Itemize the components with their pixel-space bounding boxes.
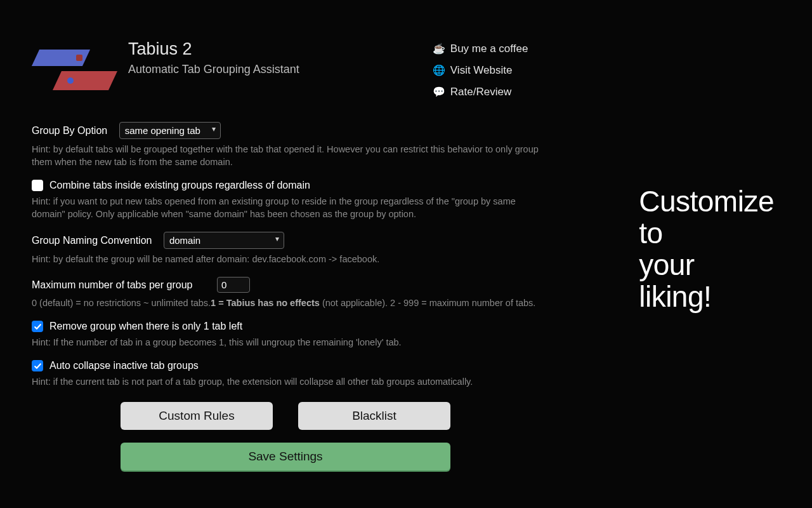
settings-panel: Group By Option same opening tab Hint: b… bbox=[0, 103, 571, 471]
header: Tabius 2 Automatic Tab Grouping Assistan… bbox=[0, 0, 812, 103]
buy-coffee-label: Buy me a coffee bbox=[450, 43, 528, 55]
combine-hint: Hint: if you want to put new tabs opened… bbox=[32, 195, 539, 220]
max-tabs-label: Maximum number of tabs per group bbox=[32, 279, 192, 291]
group-by-select[interactable]: same opening tab bbox=[119, 122, 221, 139]
visit-website-link[interactable]: 🌐Visit Website bbox=[433, 60, 528, 81]
save-settings-button[interactable]: Save Settings bbox=[121, 443, 450, 471]
visit-website-label: Visit Website bbox=[450, 64, 513, 76]
auto-collapse-hint: Hint: if the current tab is not part of … bbox=[32, 375, 539, 388]
group-by-label: Group By Option bbox=[32, 125, 107, 137]
naming-hint: Hint: by default the group will be named… bbox=[32, 253, 539, 265]
app-title: Tabius 2 bbox=[128, 39, 299, 59]
combine-checkbox[interactable] bbox=[32, 180, 43, 191]
naming-select[interactable]: domain bbox=[164, 232, 284, 249]
group-by-hint: Hint: by default tabs will be grouped to… bbox=[32, 143, 539, 168]
app-logo bbox=[32, 39, 113, 90]
globe-icon: 🌐 bbox=[433, 65, 445, 76]
blacklist-button[interactable]: Blacklist bbox=[298, 402, 450, 430]
aside-tagline: Customize to your liking! bbox=[639, 185, 774, 312]
header-links: ☕Buy me a coffee 🌐Visit Website 💬Rate/Re… bbox=[433, 38, 528, 103]
app-subtitle: Automatic Tab Grouping Assistant bbox=[128, 63, 299, 76]
combine-label: Combine tabs inside existing groups rega… bbox=[49, 180, 310, 191]
rate-review-label: Rate/Review bbox=[450, 86, 511, 98]
rate-review-link[interactable]: 💬Rate/Review bbox=[433, 81, 528, 103]
buy-coffee-link[interactable]: ☕Buy me a coffee bbox=[433, 38, 528, 60]
remove-lonely-label: Remove group when there is only 1 tab le… bbox=[49, 321, 242, 332]
auto-collapse-checkbox[interactable] bbox=[32, 360, 43, 371]
auto-collapse-label: Auto collapse inactive tab groups bbox=[49, 360, 199, 371]
speech-icon: 💬 bbox=[433, 86, 445, 97]
coffee-icon: ☕ bbox=[433, 43, 445, 54]
remove-lonely-checkbox[interactable] bbox=[32, 321, 43, 332]
max-tabs-hint: 0 (default) = no restrictions ~ unlimite… bbox=[32, 297, 539, 309]
max-tabs-input[interactable] bbox=[217, 277, 250, 293]
naming-label: Group Naming Convention bbox=[32, 235, 152, 246]
custom-rules-button[interactable]: Custom Rules bbox=[121, 402, 273, 430]
remove-lonely-hint: Hint: If the number of tab in a group be… bbox=[32, 336, 539, 349]
